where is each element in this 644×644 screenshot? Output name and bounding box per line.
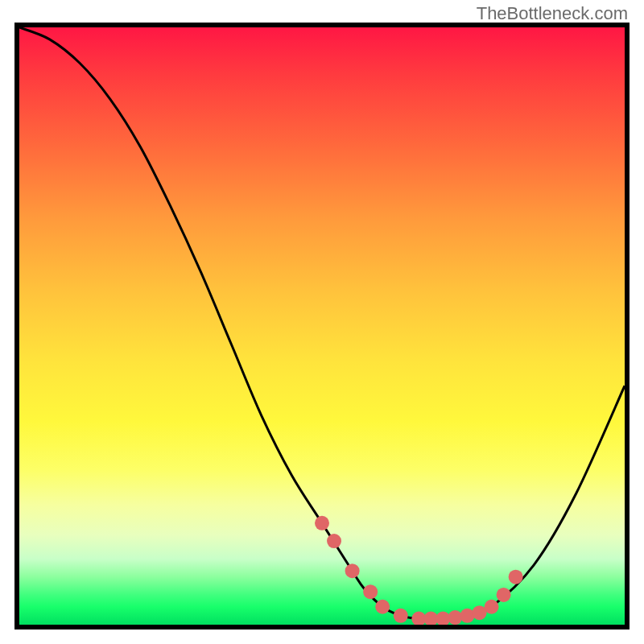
- highlight-dot: [345, 564, 360, 578]
- watermark-text: TheBottleneck.com: [477, 3, 628, 24]
- highlight-dot: [394, 609, 408, 623]
- highlight-dot: [448, 610, 462, 625]
- highlight-dots: [315, 516, 523, 625]
- highlight-dot: [460, 609, 474, 623]
- highlight-dot: [485, 600, 499, 614]
- highlight-dot: [509, 570, 523, 584]
- highlight-dot: [363, 584, 378, 599]
- highlight-dot: [497, 588, 511, 602]
- highlight-dot: [315, 516, 329, 530]
- chart-container: TheBottleneck.com: [0, 0, 644, 644]
- highlight-dot: [327, 534, 341, 548]
- highlight-dot: [375, 600, 390, 614]
- curve-svg: [19, 27, 625, 625]
- plot-frame: [14, 23, 630, 630]
